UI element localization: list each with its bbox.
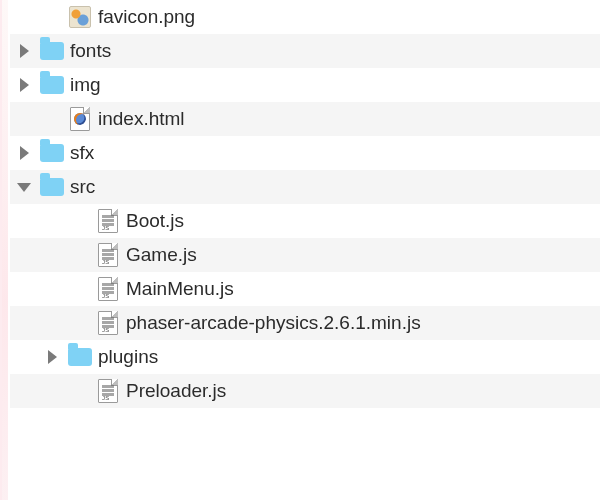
row-icon-cell: JS (94, 306, 122, 340)
row-label: fonts (66, 40, 111, 62)
tree-row[interactable]: JSPreloader.js (10, 374, 600, 408)
row-label: Preloader.js (122, 380, 226, 402)
disclosure-cell (66, 272, 94, 306)
row-icon-cell: JS (94, 272, 122, 306)
row-icon-cell: JS (94, 238, 122, 272)
disclosure-cell (66, 238, 94, 272)
tree-row[interactable]: JSphaser-arcade-physics.2.6.1.min.js (10, 306, 600, 340)
indent (10, 119, 38, 120)
indent (10, 289, 66, 290)
file-tree[interactable]: favicon.pngfontsimgindex.htmlsfxsrcJSBoo… (10, 0, 600, 500)
tree-row[interactable]: JSBoot.js (10, 204, 600, 238)
indent (10, 323, 66, 324)
tree-row[interactable]: sfx (10, 136, 600, 170)
tree-row[interactable]: JSGame.js (10, 238, 600, 272)
tree-row[interactable]: img (10, 68, 600, 102)
row-icon-cell (38, 170, 66, 204)
tree-row[interactable]: src (10, 170, 600, 204)
folder-icon (40, 76, 64, 94)
row-icon-cell (66, 102, 94, 136)
row-label: img (66, 74, 101, 96)
js-file-icon: JS (98, 209, 118, 233)
disclosure-cell (38, 0, 66, 34)
disclosure-cell[interactable] (10, 68, 38, 102)
chevron-right-icon (20, 44, 29, 58)
disclosure-cell[interactable] (10, 34, 38, 68)
row-icon-cell (38, 68, 66, 102)
disclosure-cell (66, 204, 94, 238)
js-file-icon: JS (98, 277, 118, 301)
tree-row[interactable]: favicon.png (10, 0, 600, 34)
row-label: sfx (66, 142, 94, 164)
folder-icon (68, 348, 92, 366)
tree-row[interactable]: fonts (10, 34, 600, 68)
row-label: plugins (94, 346, 158, 368)
disclosure-cell[interactable] (10, 136, 38, 170)
indent (10, 357, 38, 358)
row-label: Boot.js (122, 210, 184, 232)
row-label: phaser-arcade-physics.2.6.1.min.js (122, 312, 421, 334)
folder-icon (40, 178, 64, 196)
chevron-right-icon (20, 78, 29, 92)
disclosure-cell[interactable] (10, 170, 38, 204)
row-label: Game.js (122, 244, 197, 266)
chevron-down-icon (17, 183, 31, 192)
chevron-right-icon (20, 146, 29, 160)
indent (10, 17, 38, 18)
file-tree-panel: favicon.pngfontsimgindex.htmlsfxsrcJSBoo… (0, 0, 600, 500)
disclosure-cell (66, 374, 94, 408)
row-label: favicon.png (94, 6, 195, 28)
row-label: index.html (94, 108, 185, 130)
row-label: MainMenu.js (122, 278, 234, 300)
disclosure-cell (66, 306, 94, 340)
row-icon-cell (38, 136, 66, 170)
row-label: src (66, 176, 95, 198)
row-icon-cell (38, 34, 66, 68)
tree-row[interactable]: JSMainMenu.js (10, 272, 600, 306)
tree-row[interactable]: plugins (10, 340, 600, 374)
js-file-icon: JS (98, 243, 118, 267)
chevron-right-icon (48, 350, 57, 364)
tree-row[interactable]: index.html (10, 102, 600, 136)
indent (10, 255, 66, 256)
image-file-icon (69, 6, 91, 28)
folder-icon (40, 144, 64, 162)
row-icon-cell (66, 340, 94, 374)
disclosure-cell (38, 102, 66, 136)
js-file-icon: JS (98, 311, 118, 335)
folder-icon (40, 42, 64, 60)
indent (10, 221, 66, 222)
panel-accent-strip (2, 0, 8, 500)
row-icon-cell (66, 0, 94, 34)
row-icon-cell: JS (94, 204, 122, 238)
js-file-icon: JS (98, 379, 118, 403)
row-icon-cell: JS (94, 374, 122, 408)
html-file-icon (70, 107, 90, 131)
disclosure-cell[interactable] (38, 340, 66, 374)
indent (10, 391, 66, 392)
